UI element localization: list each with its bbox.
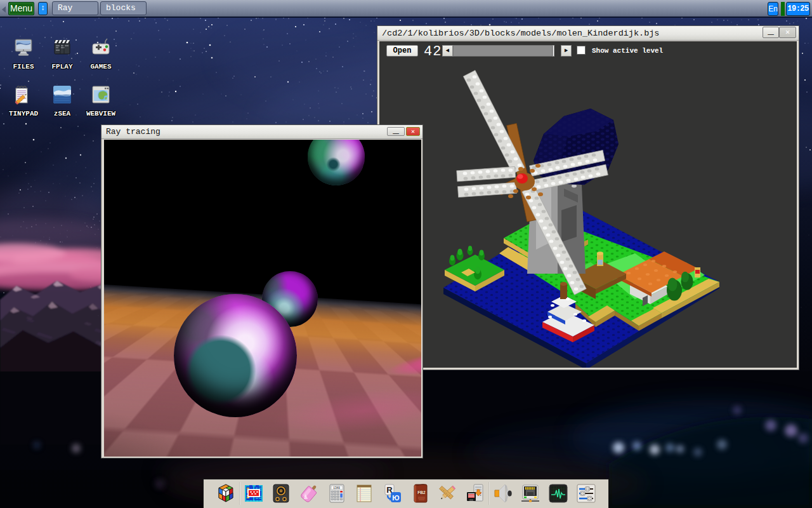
- svg-text:FB2: FB2: [417, 490, 426, 495]
- svg-text:Ю: Ю: [392, 494, 399, 502]
- svg-text:1348: 1348: [333, 486, 340, 490]
